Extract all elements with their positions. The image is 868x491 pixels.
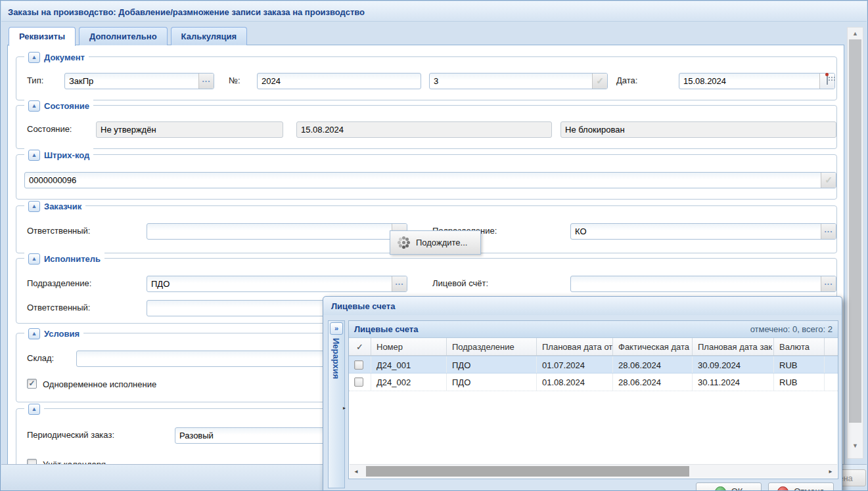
scroll-left-icon[interactable]: ◄ [351, 465, 361, 478]
warehouse-label: Склад: [27, 353, 54, 365]
state-lock-field [560, 121, 836, 138]
column-header[interactable]: Фактическая дата [613, 338, 693, 355]
customer-department-field: ... [570, 223, 836, 240]
header-check-icon[interactable]: ✓ [349, 338, 371, 355]
lookup-ellipsis-icon[interactable]: ... [198, 74, 214, 89]
section-executor-legend: ▲ Исполнитель [24, 252, 104, 265]
column-header[interactable]: Плановая дата зак [693, 338, 774, 355]
lookup-ellipsis-icon[interactable]: ... [392, 276, 407, 291]
check-icon[interactable]: ✓ [821, 173, 836, 188]
section-barcode-legend: ▲ Штрих-код [24, 148, 93, 161]
scrollbar-thumb[interactable] [849, 39, 861, 423]
collapse-icon[interactable]: ▲ [28, 328, 40, 339]
scroll-up-icon[interactable]: ▲ [848, 30, 863, 37]
section-conditions-legend: ▲ Условия [24, 327, 83, 340]
simultaneous-checkbox[interactable]: ✓ [27, 379, 37, 389]
table-cell-planned_open_date: 01.07.2024 [537, 356, 613, 373]
tab-strip: РеквизитыДополнительноКалькуляция [9, 27, 247, 45]
column-header[interactable]: Подразделение [447, 338, 537, 355]
doc-date-field [679, 73, 835, 89]
executor-department-field: ... [147, 276, 407, 292]
expand-panel-icon[interactable]: » [330, 322, 343, 335]
barcode-input[interactable] [24, 172, 836, 188]
state-label: Состояние: [27, 124, 72, 136]
section-state: ▲ Состояние Состояние: [16, 105, 837, 149]
section-document: ▲ Документ Тип: ... №: ✓ Дата: [16, 56, 837, 100]
doc-type-input[interactable] [64, 73, 214, 89]
tab-1[interactable]: Дополнительно [79, 27, 168, 45]
customer-responsible-input[interactable] [147, 223, 407, 240]
doc-number-input[interactable] [257, 73, 421, 89]
hierarchy-collapsed-panel: » Иерархия ▸ [328, 320, 345, 488]
table-cell-actual_date: 28.06.2024 [613, 374, 693, 391]
executor-account-field: ... [570, 276, 836, 292]
table-cell-planned_close_date: 30.11.2024 [693, 374, 774, 391]
table-row[interactable]: Д24_002ПДО01.08.202428.06.202430.11.2024… [349, 374, 838, 391]
row-checkbox[interactable] [354, 360, 363, 370]
tab-2[interactable]: Калькуляция [171, 27, 248, 45]
state-lock-input [560, 121, 836, 138]
scroll-down-icon[interactable]: ▼ [848, 442, 863, 449]
barcode-field: ✓ [24, 172, 836, 188]
state-date-input [296, 121, 552, 138]
selection-summary: отмечено: 0, всего: 2 [750, 324, 833, 337]
executor-department-label: Подразделение: [27, 278, 91, 290]
collapse-icon[interactable]: ▲ [28, 150, 40, 161]
table-row[interactable]: Д24_001ПДО01.07.202428.06.202430.09.2024… [349, 356, 838, 374]
state-status-input [96, 121, 283, 138]
collapse-icon[interactable]: ▲ [28, 404, 40, 415]
table-cell-planned_open_date: 01.08.2024 [537, 374, 613, 391]
doc-type-field: ... [64, 73, 214, 89]
collapse-icon[interactable]: ▲ [28, 100, 40, 112]
grid-panel-title: Лицевые счета [354, 324, 418, 337]
column-header[interactable]: Плановая дата отк [537, 338, 613, 355]
table-cell-department: ПДО [447, 356, 537, 373]
executor-department-input[interactable] [147, 276, 407, 292]
dialog-cancel-button[interactable]: ✕ Отмена [768, 482, 834, 491]
checkmark-icon: ✓ [28, 379, 36, 388]
column-header[interactable]: Номер [371, 338, 447, 355]
window-title: Заказы на производство: Добавление/размн… [1, 1, 867, 22]
doc-date-input[interactable] [679, 73, 835, 89]
customer-department-input[interactable] [570, 223, 836, 240]
scroll-right-icon[interactable]: ► [825, 465, 836, 478]
main-vertical-scrollbar[interactable]: ▲ ▼ [847, 27, 863, 459]
simultaneous-label: Одновременное исполнение [43, 379, 156, 389]
collapse-icon[interactable]: ▲ [28, 201, 40, 212]
collapse-icon[interactable]: ▲ [28, 52, 40, 63]
grid-horizontal-scrollbar[interactable]: ◄ ► [350, 464, 837, 478]
customer-responsible-field: ... [147, 223, 407, 240]
doc-extra-number-field: ✓ [429, 73, 608, 89]
check-icon[interactable]: ✓ [592, 74, 607, 89]
executor-account-input[interactable] [570, 276, 836, 292]
collapse-icon[interactable]: ▲ [28, 253, 40, 265]
dialog-ok-button[interactable]: ✓ ОК [696, 482, 762, 491]
panel-resize-handle-icon[interactable]: ▸ [343, 405, 346, 411]
row-checkbox[interactable] [354, 377, 363, 387]
lookup-ellipsis-icon[interactable]: ... [821, 276, 836, 291]
doc-extra-number-input[interactable] [429, 73, 608, 89]
table-cell-planned_close_date: 30.09.2024 [693, 356, 774, 373]
table-header-row: ✓НомерПодразделениеПлановая дата откФакт… [349, 338, 838, 356]
calendar-button[interactable] [819, 74, 834, 89]
lookup-ellipsis-icon[interactable]: ... [821, 224, 836, 239]
table-cell-currency: RUB [774, 374, 825, 391]
table-cell-number: Д24_002 [371, 374, 447, 391]
accounts-dialog: Лицевые счета » Иерархия ▸ Лицевые счета… [323, 296, 842, 491]
tab-0[interactable]: Реквизиты [9, 27, 76, 46]
grid-panel-header: Лицевые счета отмечено: 0, всего: 2 [349, 321, 838, 338]
column-header[interactable]: Валюта [774, 338, 825, 355]
table-cell-filler [825, 374, 838, 391]
section-document-legend: ▲ Документ [24, 51, 89, 64]
hierarchy-tab-label[interactable]: Иерархия [331, 338, 341, 379]
hscrollbar-thumb[interactable] [366, 466, 689, 477]
periodic-order-label: Периодический заказ: [27, 430, 114, 442]
doc-number-field [257, 73, 421, 89]
doc-date-label: Дата: [616, 75, 637, 87]
table-cell-actual_date: 28.06.2024 [613, 356, 693, 373]
state-status-field [96, 121, 283, 138]
accounts-dialog-title: Лицевые счета [323, 297, 842, 315]
spinner-icon [402, 241, 405, 244]
state-date-field [296, 121, 552, 138]
wait-tooltip-text: Подождите... [416, 238, 467, 247]
